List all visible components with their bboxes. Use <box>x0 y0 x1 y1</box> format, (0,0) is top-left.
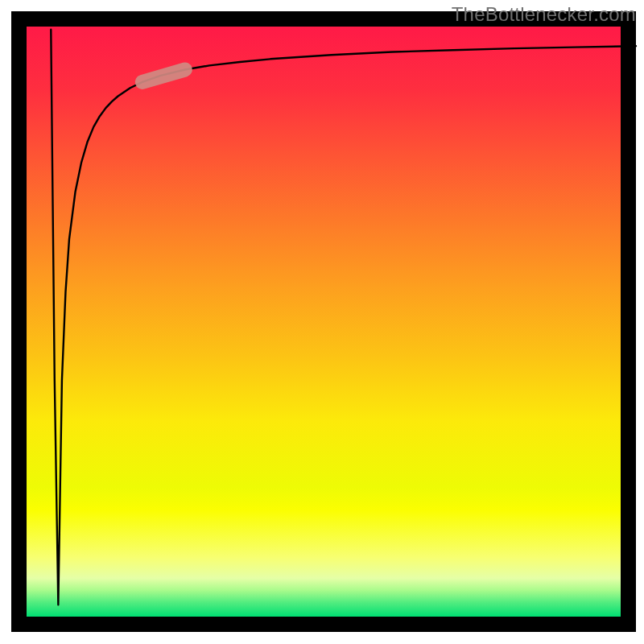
chart-svg <box>0 0 644 644</box>
chart-root: TheBottlenecker.com <box>0 0 644 644</box>
plot-background <box>27 27 636 617</box>
watermark-text: TheBottlenecker.com <box>452 3 636 26</box>
